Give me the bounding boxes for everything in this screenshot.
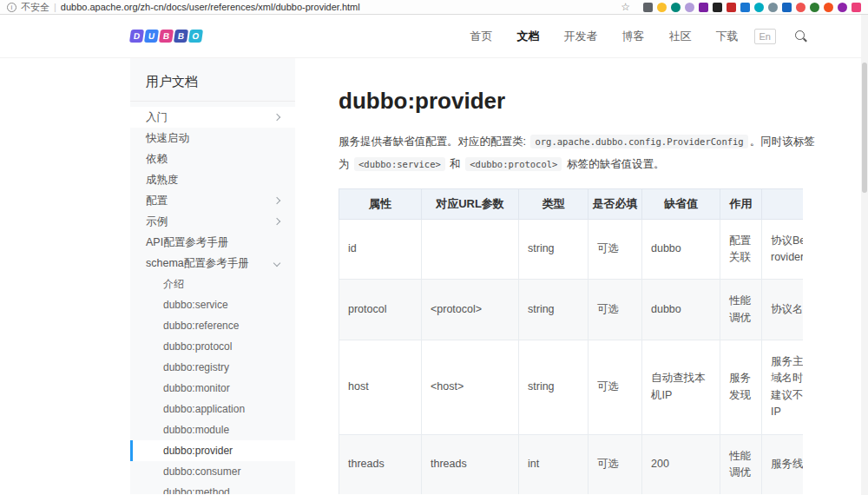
nav-item[interactable]: 社区 [669,29,692,44]
extension-icon[interactable] [796,3,806,12]
table-wrap: 属性对应URL参数类型是否必填缺省值作用描述idstring可选dubbo配置关… [339,188,803,495]
sidebar-item[interactable]: dubbo:registry [130,357,295,378]
table-row: host<host>string可选自动查找本机IP服务发现服务主机名，多网卡选… [339,340,804,435]
attributes-table: 属性对应URL参数类型是否必填缺省值作用描述idstring可选dubbo配置关… [339,188,803,495]
nav-item[interactable]: 文档 [517,29,540,44]
logo-letter: D [129,30,144,43]
extension-icon[interactable] [782,3,792,12]
sidebar-item[interactable]: dubbo:application [130,399,295,419]
security-label[interactable]: 不安全 [21,1,49,14]
chevron-right-icon [273,218,280,225]
extension-icon[interactable] [852,3,861,12]
column-header: 是否必填 [589,188,642,219]
sidebar-item-label: dubbo:application [163,403,245,415]
table-cell: 性能调优 [720,434,762,494]
chevron-right-icon [273,114,280,121]
extension-icon[interactable] [685,3,694,12]
logo-letter: B [159,30,174,43]
sidebar-item[interactable]: dubbo:reference [130,315,295,336]
browser-chrome: i 不安全 | dubbo.apache.org/zh-cn/docs/user… [0,0,868,15]
table-cell: 服务线程池大小(固定大小) [762,434,804,494]
table-cell: 可选 [589,219,642,280]
extension-icon[interactable] [657,3,667,12]
nav-item[interactable]: 博客 [622,29,645,44]
table-row: idstring可选dubbo配置关联协议BeanId，可以在<dubbo:se… [339,219,804,280]
table-cell: threads [422,434,519,494]
extension-icon[interactable] [643,3,653,12]
sidebar-item[interactable]: dubbo:method [130,482,295,494]
column-header: 属性 [339,188,422,219]
sidebar-item[interactable]: 依赖 [130,148,295,169]
sidebar-item-label: dubbo:consumer [163,465,240,478]
column-header: 缺省值 [642,188,720,219]
extension-icon[interactable] [754,3,764,12]
sidebar-item-label: API配置参考手册 [146,236,228,248]
url-text[interactable]: dubbo.apache.org/zh-cn/docs/user/referen… [61,2,360,12]
table-cell: 200 [642,434,720,494]
extension-icon[interactable] [713,3,722,12]
extension-icon[interactable] [824,3,833,12]
column-header: 对应URL参数 [422,188,519,219]
sidebar-item[interactable]: 快速启动 [130,128,295,148]
extension-icon[interactable] [838,3,847,12]
sidebar-item[interactable]: dubbo:monitor [130,378,295,399]
scrollbar-thumb[interactable] [862,63,867,193]
language-toggle[interactable]: En [754,29,776,44]
page-title: dubbo:provider [339,88,868,115]
sidebar-item[interactable]: 成熟度 [130,169,295,190]
extension-icon[interactable] [810,3,819,12]
table-cell: dubbo [642,280,720,340]
table-cell: <host> [422,340,519,435]
logo-letter: U [144,30,159,43]
sidebar-item[interactable]: schema配置参考手册 [130,253,295,274]
nav-item[interactable]: 下载 [716,29,739,44]
table-cell: 可选 [589,280,642,340]
sidebar-item[interactable]: API配置参考手册 [130,232,295,253]
extension-icon[interactable] [768,3,778,12]
sidebar-item-label: 入门 [146,111,168,123]
page-scrollbar[interactable] [861,15,868,495]
column-header: 作用 [720,188,762,219]
extension-icon[interactable] [727,3,736,12]
table-cell: <protocol> [422,280,519,340]
sidebar-item[interactable]: dubbo:module [130,419,295,440]
inline-code: org.apache.dubbo.config.ProviderConfig [530,135,747,148]
table-cell: 可选 [589,340,642,435]
inline-code: <dubbo:protocol> [465,157,562,171]
table-cell [422,219,519,280]
table-cell: 配置关联 [720,219,762,280]
nav-item[interactable]: 首页 [470,29,493,44]
sidebar-item-label: schema配置参考手册 [146,257,249,269]
sidebar-item[interactable]: dubbo:service [130,294,295,315]
sidebar-item[interactable]: 配置 [130,190,295,211]
chevron-right-icon [273,197,280,204]
dubbo-logo[interactable]: DUBBO [130,30,202,43]
sidebar-item-label: 成熟度 [146,174,179,186]
sidebar-item[interactable]: dubbo:protocol [130,336,295,357]
sidebar-item-label: 配置 [146,195,168,207]
sidebar-menu: 入门快速启动依赖成熟度配置示例API配置参考手册schema配置参考手册介绍du… [130,107,295,494]
bookmark-star-icon[interactable]: ☆ [621,2,630,12]
sidebar-item-label: dubbo:monitor [163,382,230,394]
nav-item[interactable]: 开发者 [564,29,598,44]
search-icon[interactable] [795,30,807,43]
table-cell: 服务主机名，多网卡选择或指定VIP及域名时使用，为空则自动查找本机IP，建议不要… [762,340,804,435]
extension-icon[interactable] [671,3,681,12]
extension-icon[interactable] [740,3,750,12]
extension-icon[interactable] [699,3,708,12]
table-cell: threads [339,434,422,494]
table-cell: string [519,280,589,340]
sidebar-item[interactable]: dubbo:provider [130,440,295,461]
sidebar-item[interactable]: dubbo:consumer [130,461,295,482]
column-header: 类型 [519,188,589,219]
table-cell: id [339,219,422,280]
sidebar-item-label: 依赖 [146,153,168,165]
sidebar-item[interactable]: 示例 [130,211,295,232]
table-row: protocol<protocol>string可选dubbo性能调优协议名称 [339,280,804,340]
sidebar-item[interactable]: 入门 [130,107,295,128]
site-info-icon[interactable]: i [7,3,16,12]
sidebar-item-label: 快速启动 [146,132,189,144]
sidebar: 用户文档 入门快速启动依赖成熟度配置示例API配置参考手册schema配置参考手… [130,58,295,494]
table-row: threadsthreadsint可选200性能调优服务线程池大小(固定大小) [339,434,804,494]
sidebar-item[interactable]: 介绍 [130,274,295,294]
